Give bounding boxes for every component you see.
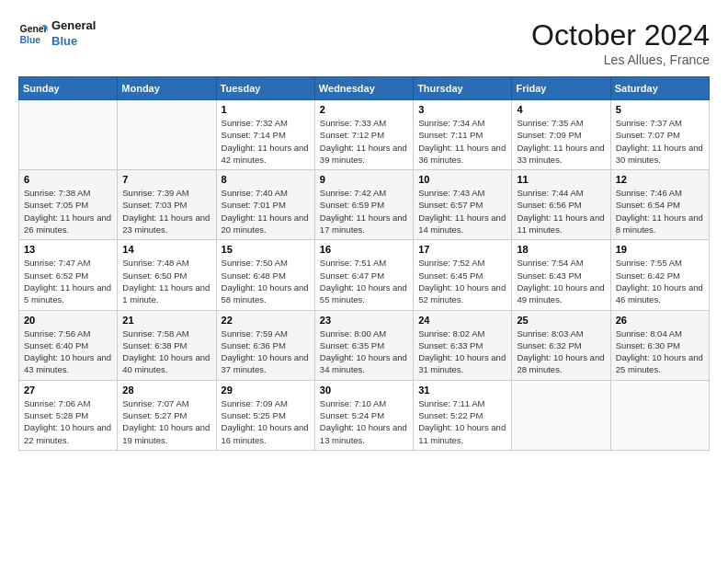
page-header: General Blue General Blue October 2024 L… (18, 18, 710, 67)
logo-line1: General (51, 18, 96, 34)
day-cell: 17Sunrise: 7:52 AM Sunset: 6:45 PM Dayli… (414, 240, 512, 310)
day-cell: 18Sunrise: 7:54 AM Sunset: 6:43 PM Dayli… (512, 240, 610, 310)
day-number: 7 (122, 174, 210, 185)
day-cell: 23Sunrise: 8:00 AM Sunset: 6:35 PM Dayli… (314, 310, 413, 380)
day-cell: 11Sunrise: 7:44 AM Sunset: 6:56 PM Dayli… (512, 170, 610, 240)
day-number: 17 (418, 244, 506, 255)
day-info: Sunrise: 8:03 AM Sunset: 6:32 PM Dayligh… (517, 327, 605, 376)
day-info: Sunrise: 7:06 AM Sunset: 5:28 PM Dayligh… (24, 397, 112, 446)
header-row: Sunday Monday Tuesday Wednesday Thursday… (19, 77, 710, 100)
day-cell: 31Sunrise: 7:11 AM Sunset: 5:22 PM Dayli… (414, 380, 512, 450)
day-number: 26 (616, 315, 704, 326)
day-number: 10 (418, 174, 506, 185)
week-row-3: 13Sunrise: 7:47 AM Sunset: 6:52 PM Dayli… (19, 240, 710, 310)
day-cell: 22Sunrise: 7:59 AM Sunset: 6:36 PM Dayli… (216, 310, 314, 380)
day-info: Sunrise: 7:38 AM Sunset: 7:05 PM Dayligh… (24, 187, 112, 236)
day-info: Sunrise: 7:07 AM Sunset: 5:27 PM Dayligh… (122, 397, 210, 446)
day-cell: 25Sunrise: 8:03 AM Sunset: 6:32 PM Dayli… (512, 310, 610, 380)
day-cell: 16Sunrise: 7:51 AM Sunset: 6:47 PM Dayli… (314, 240, 413, 310)
logo-line2: Blue (51, 34, 96, 50)
day-cell: 29Sunrise: 7:09 AM Sunset: 5:25 PM Dayli… (216, 380, 314, 450)
day-number: 28 (122, 385, 210, 396)
day-number: 15 (222, 244, 310, 255)
day-number: 21 (122, 315, 210, 326)
day-number: 6 (24, 174, 112, 185)
day-info: Sunrise: 7:11 AM Sunset: 5:22 PM Dayligh… (418, 397, 506, 446)
day-cell: 30Sunrise: 7:10 AM Sunset: 5:24 PM Dayli… (314, 380, 413, 450)
day-info: Sunrise: 7:44 AM Sunset: 6:56 PM Dayligh… (517, 187, 605, 236)
logo-icon: General Blue (18, 19, 48, 49)
day-info: Sunrise: 7:40 AM Sunset: 7:01 PM Dayligh… (222, 187, 310, 236)
title-block: October 2024 Les Allues, France (531, 18, 710, 67)
day-number: 5 (616, 104, 704, 115)
day-cell: 15Sunrise: 7:50 AM Sunset: 6:48 PM Dayli… (216, 240, 314, 310)
day-info: Sunrise: 7:37 AM Sunset: 7:07 PM Dayligh… (616, 117, 704, 166)
day-cell: 19Sunrise: 7:55 AM Sunset: 6:42 PM Dayli… (610, 240, 709, 310)
day-number: 31 (418, 385, 506, 396)
day-info: Sunrise: 8:00 AM Sunset: 6:35 PM Dayligh… (320, 327, 408, 376)
day-number: 2 (320, 104, 408, 115)
day-info: Sunrise: 7:55 AM Sunset: 6:42 PM Dayligh… (616, 257, 704, 305)
day-cell (610, 380, 709, 450)
day-cell: 3Sunrise: 7:34 AM Sunset: 7:11 PM Daylig… (414, 100, 512, 170)
col-monday: Monday (118, 77, 216, 100)
day-info: Sunrise: 7:09 AM Sunset: 5:25 PM Dayligh… (222, 397, 310, 446)
day-cell: 9Sunrise: 7:42 AM Sunset: 6:59 PM Daylig… (314, 170, 413, 240)
week-row-5: 27Sunrise: 7:06 AM Sunset: 5:28 PM Dayli… (19, 380, 710, 450)
day-info: Sunrise: 8:02 AM Sunset: 6:33 PM Dayligh… (418, 327, 506, 376)
day-number: 8 (222, 174, 310, 185)
day-info: Sunrise: 7:52 AM Sunset: 6:45 PM Dayligh… (418, 257, 506, 305)
day-info: Sunrise: 7:33 AM Sunset: 7:12 PM Dayligh… (320, 117, 408, 166)
day-number: 24 (418, 315, 506, 326)
day-cell: 21Sunrise: 7:58 AM Sunset: 6:38 PM Dayli… (118, 310, 216, 380)
day-cell: 8Sunrise: 7:40 AM Sunset: 7:01 PM Daylig… (216, 170, 314, 240)
week-row-2: 6Sunrise: 7:38 AM Sunset: 7:05 PM Daylig… (19, 170, 710, 240)
day-info: Sunrise: 8:04 AM Sunset: 6:30 PM Dayligh… (616, 327, 704, 376)
day-cell: 2Sunrise: 7:33 AM Sunset: 7:12 PM Daylig… (314, 100, 413, 170)
day-number: 27 (24, 385, 112, 396)
col-sunday: Sunday (19, 77, 118, 100)
day-cell: 4Sunrise: 7:35 AM Sunset: 7:09 PM Daylig… (512, 100, 610, 170)
day-info: Sunrise: 7:59 AM Sunset: 6:36 PM Dayligh… (222, 327, 310, 376)
day-cell (118, 100, 216, 170)
day-info: Sunrise: 7:54 AM Sunset: 6:43 PM Dayligh… (517, 257, 605, 305)
logo: General Blue General Blue (18, 18, 96, 50)
day-cell: 27Sunrise: 7:06 AM Sunset: 5:28 PM Dayli… (19, 380, 118, 450)
col-thursday: Thursday (414, 77, 512, 100)
location: Les Allues, France (531, 52, 710, 67)
day-info: Sunrise: 7:34 AM Sunset: 7:11 PM Dayligh… (418, 117, 506, 166)
day-number: 13 (24, 244, 112, 255)
day-cell: 7Sunrise: 7:39 AM Sunset: 7:03 PM Daylig… (118, 170, 216, 240)
day-cell: 28Sunrise: 7:07 AM Sunset: 5:27 PM Dayli… (118, 380, 216, 450)
day-info: Sunrise: 7:32 AM Sunset: 7:14 PM Dayligh… (222, 117, 310, 166)
day-cell: 13Sunrise: 7:47 AM Sunset: 6:52 PM Dayli… (19, 240, 118, 310)
day-number: 1 (222, 104, 310, 115)
day-cell: 1Sunrise: 7:32 AM Sunset: 7:14 PM Daylig… (216, 100, 314, 170)
day-info: Sunrise: 7:48 AM Sunset: 6:50 PM Dayligh… (122, 257, 210, 305)
day-cell: 26Sunrise: 8:04 AM Sunset: 6:30 PM Dayli… (610, 310, 709, 380)
week-row-4: 20Sunrise: 7:56 AM Sunset: 6:40 PM Dayli… (19, 310, 710, 380)
day-info: Sunrise: 7:51 AM Sunset: 6:47 PM Dayligh… (320, 257, 408, 305)
day-number: 29 (222, 385, 310, 396)
week-row-1: 1Sunrise: 7:32 AM Sunset: 7:14 PM Daylig… (19, 100, 710, 170)
day-info: Sunrise: 7:42 AM Sunset: 6:59 PM Dayligh… (320, 187, 408, 236)
col-friday: Friday (512, 77, 610, 100)
day-number: 16 (320, 244, 408, 255)
day-number: 25 (517, 315, 605, 326)
day-number: 22 (222, 315, 310, 326)
day-info: Sunrise: 7:35 AM Sunset: 7:09 PM Dayligh… (517, 117, 605, 166)
month-title: October 2024 (531, 18, 710, 52)
day-number: 30 (320, 385, 408, 396)
day-info: Sunrise: 7:43 AM Sunset: 6:57 PM Dayligh… (418, 187, 506, 236)
day-info: Sunrise: 7:47 AM Sunset: 6:52 PM Dayligh… (24, 257, 112, 305)
svg-text:Blue: Blue (20, 34, 41, 44)
day-number: 20 (24, 315, 112, 326)
day-cell: 24Sunrise: 8:02 AM Sunset: 6:33 PM Dayli… (414, 310, 512, 380)
day-cell (19, 100, 118, 170)
col-saturday: Saturday (610, 77, 709, 100)
calendar-table: Sunday Monday Tuesday Wednesday Thursday… (18, 76, 710, 451)
day-number: 9 (320, 174, 408, 185)
day-cell: 20Sunrise: 7:56 AM Sunset: 6:40 PM Dayli… (19, 310, 118, 380)
day-cell: 5Sunrise: 7:37 AM Sunset: 7:07 PM Daylig… (610, 100, 709, 170)
day-cell (512, 380, 610, 450)
